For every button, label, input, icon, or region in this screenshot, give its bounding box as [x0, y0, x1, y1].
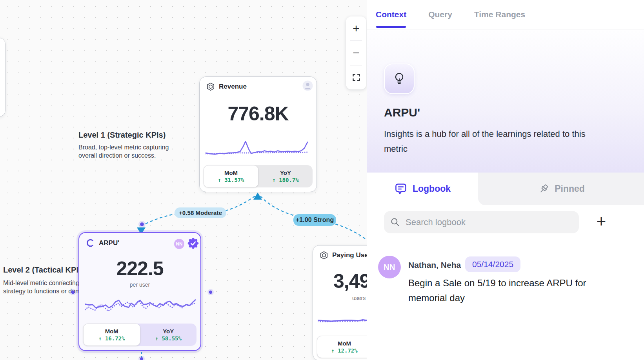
zoom-out-button[interactable]: −	[346, 41, 366, 65]
node-arpu-period-toggle: MoM ↑ 16.72% YoY ↑ 58.55%	[83, 324, 196, 346]
handle-dot-arpu-top[interactable]	[138, 221, 146, 228]
fit-view-button[interactable]	[346, 65, 366, 89]
node-paying-users[interactable]: Paying Users' 3,49 users MoM ↑ 12.72%	[313, 245, 367, 360]
active-tab-underline	[376, 26, 406, 28]
lightbulb-icon	[392, 72, 406, 86]
paying-mom-toggle[interactable]: MoM ↑ 12.72%	[317, 336, 367, 358]
zoom-in-button[interactable]: +	[346, 16, 366, 40]
metric-title: ARPU'	[384, 106, 420, 119]
pin-icon	[538, 183, 549, 195]
owner-initials-badge: NN	[174, 239, 184, 249]
revenue-sparkline	[206, 140, 311, 158]
tab-context-label: Context	[376, 10, 406, 19]
entry-date-badge[interactable]: 05/14/2025	[465, 256, 520, 272]
search-icon	[390, 217, 400, 227]
node-arpu[interactable]: ARPU' NN 222.5 per user	[78, 232, 201, 351]
node-paying-period-toggle: MoM ↑ 12.72%	[317, 336, 367, 358]
node-paying-value: 3,49	[333, 270, 367, 293]
revenue-yoy-value: ↑ 180.7%	[272, 177, 298, 183]
revenue-yoy-toggle[interactable]: YoY ↑ 180.7%	[258, 165, 313, 187]
node-revenue-period-toggle: MoM ↑ 31.57% YoY ↑ 180.7%	[204, 165, 313, 187]
node-revenue-header: Revenue	[206, 82, 247, 91]
logbook-search	[384, 211, 579, 233]
verified-badge-icon	[187, 238, 199, 249]
handle-dot-arpu-right[interactable]	[207, 289, 214, 295]
tab-logbook-label: Logbook	[413, 184, 451, 194]
hexagon-icon	[206, 82, 215, 91]
node-arpu-header: ARPU'	[86, 238, 119, 248]
node-revenue-title: Revenue	[219, 83, 247, 91]
node-paying-unit: users	[352, 295, 366, 301]
arpu-yoy-value: ↑ 58.55%	[155, 335, 182, 342]
arpu-sparkline	[85, 296, 196, 315]
edge-label-moderate[interactable]: +0.58 Moderate	[175, 207, 226, 218]
metric-tree-canvas[interactable]: +0.58 Moderate +1.00 Strong Level 1 (Str…	[0, 0, 367, 360]
arpu-mom-value: ↑ 16.72%	[98, 335, 125, 342]
revenue-mom-label: MoM	[224, 169, 238, 176]
tab-logbook[interactable]: Logbook	[367, 173, 478, 205]
node-arpu-title: ARPU'	[99, 239, 119, 247]
tab-time-ranges[interactable]: Time Ranges	[474, 10, 525, 19]
tab-pinned-label: Pinned	[555, 184, 585, 194]
owner-avatar-icon	[302, 80, 313, 91]
paying-sparkline	[318, 306, 367, 326]
tab-context[interactable]: Context	[376, 10, 406, 19]
metric-description: Insights is a hub for all of the learnin…	[384, 127, 611, 156]
logbook-pinned-tabs: Logbook Pinned	[367, 173, 644, 205]
metric-hero-section: ARPU' Insights is a hub for all of the l…	[367, 29, 644, 173]
revenue-yoy-label: YoY	[280, 169, 291, 176]
arpu-mom-toggle[interactable]: MoM ↑ 16.72%	[83, 324, 140, 346]
paying-mom-label: MoM	[338, 340, 351, 347]
tab-pinned[interactable]: Pinned	[478, 173, 644, 205]
handle-dot-arpu-left[interactable]	[70, 289, 76, 295]
avatar: NN	[378, 256, 401, 278]
logbook-icon	[395, 182, 407, 195]
entry-author: Nathan, Neha	[408, 260, 461, 270]
insights-icon-tile	[384, 64, 415, 94]
hexagon-icon	[319, 251, 329, 260]
node-arpu-unit: per user	[79, 282, 200, 288]
node-arpu-value: 222.5	[79, 257, 200, 280]
revenue-mom-value: ↑ 31.57%	[218, 177, 244, 183]
details-panel: Context Query Time Ranges ARPU' Insights…	[367, 0, 644, 360]
logbook-search-row: +	[367, 205, 644, 240]
add-log-entry-button[interactable]: +	[591, 211, 611, 233]
edge-label-strong[interactable]: +1.00 Strong	[293, 214, 336, 226]
arpu-mom-label: MoM	[105, 328, 118, 335]
node-paying-title: Paying Users'	[332, 251, 367, 259]
revenue-mom-toggle[interactable]: MoM ↑ 31.57%	[204, 165, 258, 187]
handle-dot-arpu-bottom[interactable]	[138, 356, 145, 360]
entry-message: Begin a Sale on 5/19 to increase ARPU fo…	[408, 276, 597, 305]
paying-mom-value: ↑ 12.72%	[331, 347, 357, 354]
node-revenue[interactable]: Revenue 776.8K MoM ↑ 31.57%	[199, 76, 317, 192]
search-input[interactable]	[406, 217, 573, 227]
crescent-icon	[86, 238, 95, 248]
tab-query[interactable]: Query	[428, 10, 452, 19]
canvas-zoom-toolbar: + −	[346, 16, 366, 89]
node-revenue-value: 776.8K	[200, 102, 317, 125]
fullscreen-icon	[353, 74, 360, 81]
node-paying-header: Paying Users'	[319, 251, 367, 260]
offscreen-node-fragment[interactable]	[0, 38, 5, 117]
app-window: +0.58 Moderate +1.00 Strong Level 1 (Str…	[0, 0, 644, 360]
panel-tab-bar: Context Query Time Ranges	[367, 0, 644, 29]
arpu-yoy-label: YoY	[163, 328, 174, 335]
arpu-yoy-toggle[interactable]: YoY ↑ 58.55%	[140, 324, 197, 346]
